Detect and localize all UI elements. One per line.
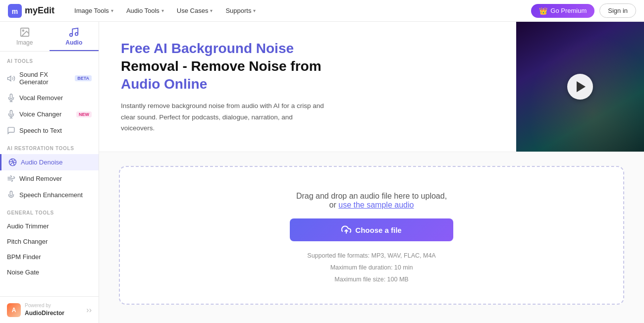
size-info: Maximum file size: 100 MB (307, 274, 435, 286)
vocal-icon (7, 94, 15, 102)
tab-image[interactable]: Image (0, 22, 50, 51)
ai-tools-section-label: AI TOOLS (0, 52, 99, 67)
vocal-label: Vocal Remover (19, 94, 63, 102)
sidebar-item-noise-gate[interactable]: Noise Gate (0, 265, 99, 280)
hero-title-part1: Free AI Background Noise (121, 41, 294, 56)
chevron-down-icon-audio: ▾ (161, 8, 164, 13)
navbar: m myEdit Image Tools ▾ Audio Tools ▾ Use… (0, 0, 644, 22)
powered-by-label: Powered by (25, 303, 64, 308)
audio-denoise-label: Audio Denoise (21, 159, 63, 166)
sidebar-item-bpm-finder[interactable]: BPM Finder (0, 249, 99, 265)
nav-item-image-tools[interactable]: Image Tools ▾ (68, 4, 119, 17)
speech-enhance-label: Speech Enhancement (19, 191, 83, 199)
noise-gate-label: Noise Gate (7, 269, 39, 276)
sidebar-footer: A Powered by AudioDirector ›› (0, 296, 99, 323)
sidebar-item-speech-enhancement[interactable]: Speech Enhancement (0, 187, 99, 203)
logo[interactable]: m myEdit (8, 4, 54, 18)
chevron-down-icon-supports: ▾ (253, 8, 256, 13)
sidebar-item-audio-denoise[interactable]: Audio Denoise (0, 154, 99, 170)
signin-label: Sign in (608, 7, 628, 14)
upload-section: Drag and drop an audio file here to uplo… (99, 152, 644, 320)
sidebar-item-pitch-changer[interactable]: Pitch Changer (0, 234, 99, 249)
sidebar-item-wind-remover[interactable]: Wind Remover (0, 170, 99, 187)
crown-icon: 👑 (539, 7, 547, 15)
tab-audio[interactable]: Audio (50, 22, 99, 51)
drag-text-or: or (329, 201, 336, 209)
logo-text: myEdit (25, 5, 54, 16)
tab-image-label: Image (16, 39, 33, 46)
hero-section: Free AI Background Noise Removal - Remov… (99, 22, 644, 152)
image-icon (19, 27, 30, 38)
nav-label-audio-tools: Audio Tools (126, 7, 160, 14)
hero-image-bg (516, 22, 644, 152)
pitch-changer-label: Pitch Changer (7, 238, 48, 245)
nav-label-image-tools: Image Tools (74, 7, 109, 14)
chevron-down-icon: ▾ (111, 8, 113, 13)
play-button[interactable] (567, 74, 593, 100)
speech-enhance-icon (7, 191, 15, 199)
svg-point-4 (70, 34, 73, 37)
file-info: Supported file formats: MP3, WAV, FLAC, … (307, 250, 435, 285)
audio-icon (68, 27, 79, 38)
audio-trimmer-label: Audio Trimmer (7, 222, 49, 230)
drag-text-pre: Drag and drop an audio file here to uplo… (296, 192, 447, 200)
nav-actions: 👑 Go Premium Sign in (531, 3, 636, 18)
speech-text-label: Speech to Text (19, 127, 62, 134)
hero-title-part3: Audio Online (121, 76, 207, 92)
choose-file-label: Choose a file (355, 226, 401, 234)
nav-items: Image Tools ▾ Audio Tools ▾ Use Cases ▾ … (68, 4, 531, 17)
brand-area: A Powered by AudioDirector (7, 303, 64, 317)
svg-marker-6 (7, 76, 10, 81)
sidebar-item-speech-to-text[interactable]: Speech to Text (0, 122, 99, 139)
voice-changer-icon (7, 110, 15, 118)
nav-item-use-cases[interactable]: Use Cases ▾ (171, 4, 219, 17)
sample-audio-link[interactable]: use the sample audio (338, 201, 414, 209)
sidebar-item-vocal-remover[interactable]: Vocal Remover (0, 90, 99, 106)
hero-description: Instantly remove background noise from a… (121, 101, 324, 134)
footer-chevron-icon[interactable]: ›› (86, 306, 92, 315)
logo-icon: m (8, 4, 22, 18)
upload-cloud-icon (341, 225, 351, 235)
sidebar-tabs: Image Audio (0, 22, 99, 52)
duration-info: Maximum file duration: 10 min (307, 262, 435, 274)
restoration-section-label: AI RESTORATION TOOLS (0, 139, 99, 154)
upload-zone[interactable]: Drag and drop an audio file here to uplo… (119, 166, 624, 304)
brand-name: AudioDirector (25, 310, 64, 317)
hero-title: Free AI Background Noise Removal - Remov… (121, 40, 494, 93)
nav-item-supports[interactable]: Supports ▾ (219, 4, 262, 17)
speech-text-icon (7, 126, 15, 135)
chevron-down-icon-use: ▾ (210, 8, 213, 13)
svg-text:m: m (12, 7, 18, 15)
general-section-label: GENERAL TOOLS (0, 203, 99, 218)
nav-label-use-cases: Use Cases (177, 7, 209, 14)
hero-image-area (516, 22, 644, 152)
hero-title-part2: Removal - Remove Noise from (121, 58, 322, 74)
sound-fx-label: Sound FX Generator (19, 71, 71, 86)
svg-point-5 (75, 33, 78, 36)
tab-audio-label: Audio (65, 39, 82, 46)
new-badge: NEW (76, 111, 92, 117)
sidebar-item-sound-fx[interactable]: Sound FX Generator BETA (0, 67, 99, 90)
denoise-icon (8, 158, 17, 166)
hero-text: Free AI Background Noise Removal - Remov… (99, 22, 516, 152)
premium-button[interactable]: 👑 Go Premium (531, 4, 594, 18)
main-layout: Image Audio AI TOOLS Sound FX Generator … (0, 22, 644, 323)
wind-icon (7, 174, 15, 183)
wind-label: Wind Remover (19, 175, 62, 182)
sidebar-item-voice-changer[interactable]: Voice Changer NEW (0, 106, 99, 122)
brand-logo: A (7, 303, 21, 317)
svg-point-3 (22, 30, 24, 31)
signin-button[interactable]: Sign in (599, 3, 636, 18)
upload-drag-text: Drag and drop an audio file here to uplo… (296, 192, 447, 210)
voice-changer-label: Voice Changer (19, 110, 72, 118)
sidebar-item-audio-trimmer[interactable]: Audio Trimmer (0, 218, 99, 234)
sound-fx-icon (7, 74, 15, 83)
nav-item-audio-tools[interactable]: Audio Tools ▾ (120, 4, 170, 17)
scroll-hint: ↓ (99, 321, 644, 323)
premium-label: Go Premium (550, 7, 587, 14)
sidebar: Image Audio AI TOOLS Sound FX Generator … (0, 22, 99, 323)
choose-file-button[interactable]: Choose a file (290, 218, 453, 241)
nav-label-supports: Supports (225, 7, 251, 14)
brand-info: Powered by AudioDirector (25, 303, 64, 317)
bpm-finder-label: BPM Finder (7, 253, 41, 261)
